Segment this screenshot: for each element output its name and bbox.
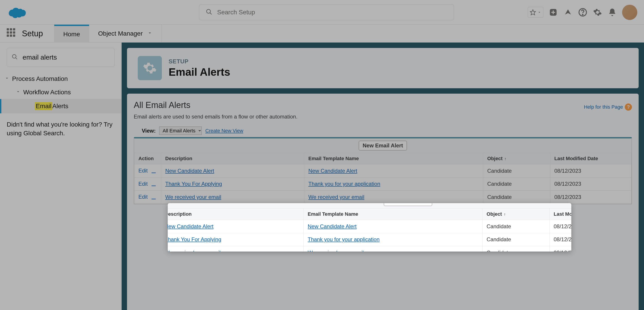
table-row: Edit New Candidate Alert New Candidate A…: [134, 165, 632, 178]
search-icon: [206, 9, 212, 16]
tab-home[interactable]: Home: [54, 25, 89, 43]
global-search-container: [199, 5, 454, 20]
guidance-center-icon[interactable]: [563, 8, 573, 17]
email-alerts-table-wrap: New Email Alert Action Description Email…: [134, 137, 632, 204]
template-link[interactable]: We received your email: [308, 194, 364, 200]
sidebar-search-container: [7, 48, 115, 67]
app-title: Setup: [22, 29, 43, 38]
header-utility-icons: [528, 5, 637, 20]
edit-link[interactable]: Edit: [138, 181, 148, 187]
description-link[interactable]: New Candidate Alert: [165, 168, 214, 174]
tree-item-email-alerts[interactable]: Email Alerts: [0, 99, 122, 113]
svg-point-0: [206, 9, 211, 13]
table-row: Edit Thank You For Applying Thank you fo…: [134, 177, 632, 191]
chevron-down-icon: [147, 30, 152, 37]
create-new-view-link[interactable]: Create New View: [205, 128, 243, 134]
gear-icon: [138, 56, 162, 80]
chevron-down-icon: [16, 89, 20, 95]
object-cell: Candidate: [483, 165, 550, 178]
edit-link[interactable]: Edit: [138, 168, 148, 174]
help-for-page-link[interactable]: Help for this Page ?: [584, 103, 632, 111]
svg-line-7: [16, 58, 17, 59]
col-date[interactable]: Last Modified Date: [550, 153, 632, 165]
table-row: Edit We received your email We received …: [134, 191, 632, 204]
description-link[interactable]: Thank You For Applying: [165, 181, 222, 187]
template-link[interactable]: Thank you for your application: [308, 181, 380, 187]
tab-object-manager[interactable]: Object Manager: [89, 25, 162, 43]
tree-item-process-automation[interactable]: Process Automation: [0, 72, 122, 86]
search-icon: [12, 54, 18, 61]
main-content: SETUP Email Alerts All Email Alerts Help…: [122, 43, 644, 310]
date-cell: 08/12/2023: [550, 165, 632, 178]
user-avatar[interactable]: [622, 5, 637, 20]
svg-point-5: [582, 14, 583, 15]
global-search-input[interactable]: [199, 5, 454, 20]
sort-arrow-icon: ↑: [504, 157, 506, 161]
download-icon[interactable]: [150, 194, 157, 201]
col-description[interactable]: Description: [161, 153, 304, 165]
page-header: SETUP Email Alerts: [127, 48, 639, 88]
view-select[interactable]: All Email Alerts: [159, 126, 202, 135]
description-link[interactable]: We received your email: [165, 194, 221, 200]
edit-link[interactable]: Edit: [138, 194, 148, 200]
svg-marker-2: [530, 10, 535, 15]
help-badge-icon: ?: [625, 103, 632, 111]
svg-point-6: [12, 55, 16, 58]
download-icon[interactable]: [150, 168, 157, 174]
new-email-alert-button[interactable]: New Email Alert: [359, 141, 407, 150]
chevron-down-icon: [4, 76, 10, 82]
content-card: All Email Alerts Help for this Page ? Em…: [127, 94, 639, 310]
section-title: All Email Alerts: [134, 100, 190, 110]
col-action[interactable]: Action: [134, 153, 161, 165]
email-alerts-table: Action Description Email Template Name O…: [134, 153, 632, 204]
context-nav-bar: Setup Home Object Manager: [0, 25, 644, 43]
object-cell: Candidate: [483, 191, 550, 204]
salesforce-logo[interactable]: [7, 6, 27, 19]
setup-sidebar: Process Automation Workflow Actions Emai…: [0, 43, 122, 310]
template-link[interactable]: New Candidate Alert: [308, 168, 357, 174]
col-object[interactable]: Object↑: [483, 153, 550, 165]
download-icon[interactable]: [150, 181, 157, 187]
svg-line-1: [210, 13, 212, 14]
page-title: Email Alerts: [168, 66, 230, 78]
notifications-icon[interactable]: [607, 8, 617, 17]
setup-quick-find-input[interactable]: [7, 48, 115, 67]
global-actions-icon[interactable]: [548, 8, 558, 17]
page-eyebrow: SETUP: [168, 58, 230, 65]
section-description: Email alerts are used to send emails fro…: [134, 114, 632, 120]
object-cell: Candidate: [483, 177, 550, 191]
date-cell: 08/12/2023: [550, 177, 632, 191]
col-template[interactable]: Email Template Name: [304, 153, 483, 165]
global-header: [0, 0, 644, 25]
settings-icon[interactable]: [592, 8, 602, 17]
view-label: View:: [142, 128, 156, 134]
favorites-button[interactable]: [528, 7, 544, 18]
app-launcher-icon[interactable]: [7, 28, 18, 39]
sidebar-hint-text: Didn't find what you're looking for? Try…: [0, 113, 122, 144]
date-cell: 08/12/2023: [550, 191, 632, 204]
tree-item-workflow-actions[interactable]: Workflow Actions: [0, 86, 122, 99]
help-icon[interactable]: [578, 8, 588, 17]
view-row: View: All Email Alerts Create New View: [142, 126, 632, 135]
